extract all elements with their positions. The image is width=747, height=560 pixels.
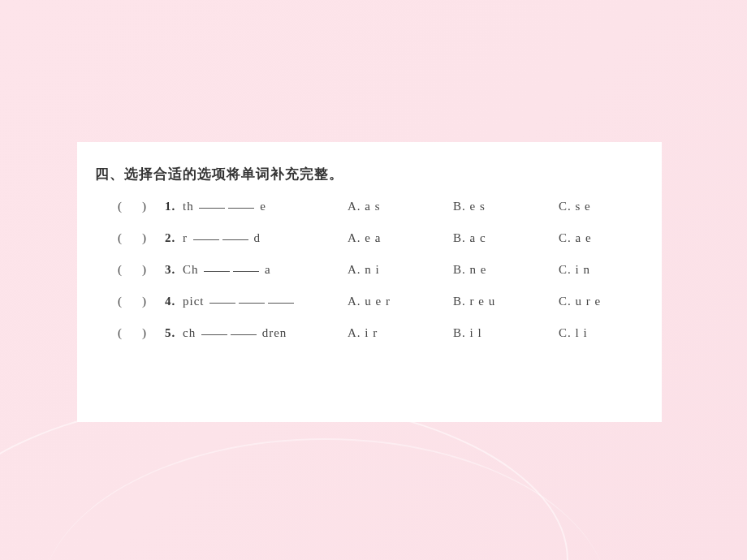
option-a: A. e a: [348, 231, 453, 245]
question-row-2: ( ) 2. r d A. e a B. a c C. a e: [95, 231, 644, 245]
option-a: A. n i: [348, 263, 453, 277]
option-a: A. i r: [348, 326, 453, 340]
worksheet-panel: 四、选择合适的选项将单词补充完整。 ( ) 1. th e A. a s B. …: [77, 142, 662, 422]
section-title: 四、选择合适的选项将单词补充完整。: [95, 165, 644, 183]
question-row-3: ( ) 3. Ch a A. n i B. n e C. i n: [95, 263, 644, 277]
question-row-5: ( ) 5. ch dren A. i r B. i l C. l i: [95, 326, 644, 340]
option-c: C. s e: [559, 200, 591, 213]
word-fragment: 5. ch dren: [165, 326, 348, 340]
option-b: B. i l: [453, 326, 559, 340]
question-row-4: ( ) 4. pict A. u e r B. r e u C. u r e: [95, 295, 644, 308]
option-c: C. l i: [559, 326, 588, 340]
answer-paren: ( ): [118, 231, 165, 245]
word-fragment: 3. Ch a: [165, 263, 348, 277]
option-a: A. u e r: [348, 295, 453, 308]
option-b: B. n e: [453, 263, 559, 277]
word-fragment: 4. pict: [165, 295, 348, 308]
answer-paren: ( ): [118, 326, 165, 340]
option-b: B. a c: [453, 231, 559, 245]
option-c: C. i n: [559, 263, 590, 277]
word-fragment: 1. th e: [165, 200, 348, 213]
option-b: B. r e u: [453, 295, 559, 308]
answer-paren: ( ): [118, 263, 165, 277]
answer-paren: ( ): [118, 295, 165, 308]
question-row-1: ( ) 1. th e A. a s B. e s C. s e: [95, 200, 644, 213]
option-c: C. u r e: [559, 295, 601, 308]
option-b: B. e s: [453, 200, 559, 213]
option-a: A. a s: [348, 200, 453, 213]
word-fragment: 2. r d: [165, 231, 348, 245]
answer-paren: ( ): [118, 200, 165, 213]
option-c: C. a e: [559, 231, 592, 245]
